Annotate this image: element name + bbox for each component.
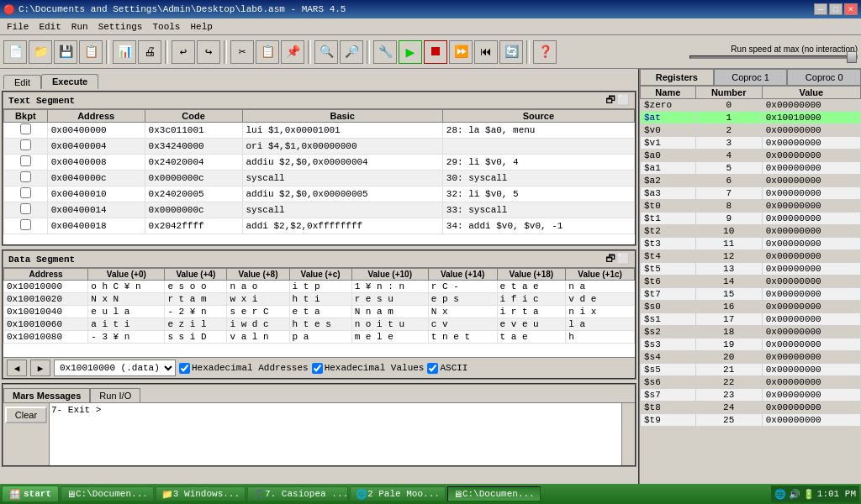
tab-coproc1[interactable]: Coproc 1 — [714, 69, 788, 85]
taskbar-item-4[interactable]: 🖥 C:\Documen... — [447, 486, 541, 501]
ds-v1c: h — [566, 331, 635, 344]
menu-tools[interactable]: Tools — [147, 20, 185, 34]
table-row: 0x00400000 0x3c011001 lui $1,0x00001001 … — [4, 123, 635, 139]
tab-execute[interactable]: Execute — [41, 74, 98, 89]
taskbar-item-3[interactable]: 🌐 2 Pale Moo... — [350, 486, 446, 501]
reg-name: $s2 — [641, 326, 696, 339]
reg-scroll[interactable]: Name Number Value $zero 0 0x00000000 $at… — [640, 86, 861, 499]
nav-next-button[interactable]: ▶ — [30, 360, 50, 376]
basic-cell: addiu $2,$0,0x00000005 — [242, 186, 442, 202]
text-restore-icon[interactable]: 🗗 — [605, 94, 615, 107]
cut-button[interactable]: ✂ — [230, 40, 254, 64]
reset-button[interactable]: 🔄 — [499, 40, 523, 64]
text-segment-scroll[interactable]: Bkpt Address Code Basic Source 0x0040000… — [3, 109, 635, 244]
register-row: $t1 9 0x00000000 — [641, 213, 861, 225]
speed-slider-track[interactable] — [689, 55, 858, 59]
menu-bar: File Edit Run Settings Tools Help — [0, 18, 861, 35]
print-button[interactable]: 🖨 — [138, 40, 161, 64]
stop-button[interactable]: ⏹ — [424, 40, 447, 64]
nav-address-select[interactable]: 0x10010000 (.data) — [54, 360, 176, 376]
reg-number: 16 — [695, 301, 762, 313]
code-cell: 0x3c011001 — [145, 123, 242, 139]
reg-number: 14 — [695, 276, 762, 288]
msg-text-area[interactable]: 7- Exit > — [50, 403, 621, 465]
registers-table: Name Number Value $zero 0 0x00000000 $at… — [640, 86, 861, 427]
code-cell: 0x2042ffff — [145, 218, 242, 234]
taskbar-item-0[interactable]: 🖥 C:\Documen... — [61, 486, 154, 501]
source-cell: 34: addi $v0, $v0, -1 — [442, 218, 634, 234]
ds-vc: h t i — [289, 293, 351, 306]
data-restore-icon[interactable]: 🗗 — [605, 253, 615, 265]
menu-run[interactable]: Run — [66, 20, 93, 34]
bkpt-checkbox[interactable] — [20, 155, 31, 166]
dump-button[interactable]: 📊 — [113, 40, 136, 64]
assemble-button[interactable]: 🔧 — [373, 40, 397, 64]
ds-v0: e u l a — [88, 306, 165, 318]
reg-value: 0x00000000 — [762, 402, 860, 414]
hex-values-checkbox[interactable] — [312, 363, 323, 374]
minimize-button[interactable]: ─ — [814, 3, 827, 15]
paste-button[interactable]: 📌 — [281, 40, 304, 64]
taskbar-item-1[interactable]: 📁 3 Windows... — [156, 486, 246, 501]
col-ds-v14: Value (+14) — [428, 269, 497, 281]
copy-button[interactable]: 📋 — [256, 40, 279, 64]
menu-edit[interactable]: Edit — [34, 20, 66, 34]
open-file-button[interactable]: 📁 — [29, 40, 52, 64]
bkpt-checkbox[interactable] — [20, 123, 31, 134]
tab-coproc0[interactable]: Coproc 0 — [787, 69, 861, 85]
tab-mars-messages[interactable]: Mars Messages — [3, 388, 90, 402]
table-row: 0x0040000c 0x0000000c syscall 30: syscal… — [4, 171, 635, 186]
reg-number: 6 — [695, 175, 762, 187]
msg-scrollbar[interactable] — [621, 403, 635, 465]
ds-vc: e t a — [289, 306, 351, 318]
menu-settings[interactable]: Settings — [93, 20, 148, 34]
maximize-button[interactable]: □ — [829, 3, 843, 15]
reg-value: 0x00000000 — [762, 301, 860, 313]
help-button[interactable]: ❓ — [533, 40, 557, 64]
reg-name: $t5 — [641, 263, 696, 276]
address-cell: 0x00400008 — [47, 155, 145, 171]
data-segment-scroll[interactable]: Address Value (+0) Value (+4) Value (+8)… — [3, 268, 635, 357]
speed-slider-thumb[interactable] — [847, 51, 857, 63]
find-button[interactable]: 🔍 — [314, 40, 338, 64]
clear-button[interactable]: Clear — [5, 407, 47, 423]
undo-button[interactable]: ↩ — [172, 40, 195, 64]
taskbar-item-2[interactable]: 🎵 7. Casiopea ... — [247, 486, 348, 501]
ds-v18: t a e — [497, 331, 566, 344]
data-expand-icon[interactable]: ⬜ — [617, 253, 630, 265]
reg-value: 0x00000000 — [762, 162, 860, 175]
step-button[interactable]: ⏩ — [449, 40, 473, 64]
col-code: Code — [145, 110, 242, 123]
close-button[interactable]: ✕ — [844, 3, 858, 15]
title-bar-text: C:\Documents and Settings\Admin\Desktop\… — [18, 4, 346, 14]
register-row: $t6 14 0x00000000 — [641, 276, 861, 288]
run-button[interactable]: ▶ — [399, 40, 422, 64]
tab-registers[interactable]: Registers — [640, 69, 714, 85]
nav-prev-button[interactable]: ◀ — [7, 360, 27, 376]
start-button[interactable]: 🪟 start — [2, 486, 59, 502]
save-as-button[interactable]: 📋 — [79, 40, 103, 64]
tab-run-io[interactable]: Run I/O — [90, 388, 140, 402]
bkpt-checkbox[interactable] — [20, 203, 31, 214]
register-row: $s6 22 0x00000000 — [641, 376, 861, 389]
bkpt-checkbox[interactable] — [20, 187, 31, 198]
bkpt-checkbox[interactable] — [20, 171, 31, 182]
table-row: 0x10010040 e u l a - 2 ¥ n s e r C e t a… — [4, 306, 635, 318]
reg-name: $v0 — [641, 124, 696, 137]
ascii-checkbox[interactable] — [427, 363, 438, 374]
menu-help[interactable]: Help — [185, 20, 217, 34]
backstep-button[interactable]: ⏮ — [474, 40, 498, 64]
new-file-button[interactable]: 📄 — [3, 40, 27, 64]
text-expand-icon[interactable]: ⬜ — [617, 94, 630, 107]
bkpt-checkbox[interactable] — [20, 139, 31, 150]
redo-button[interactable]: ↪ — [197, 40, 220, 64]
menu-file[interactable]: File — [2, 20, 34, 34]
reg-name: $s7 — [641, 389, 696, 402]
find-replace-button[interactable]: 🔎 — [340, 40, 363, 64]
hex-addresses-checkbox[interactable] — [179, 363, 190, 374]
register-row: $s1 17 0x00000000 — [641, 313, 861, 326]
tab-edit[interactable]: Edit — [3, 75, 41, 89]
save-button[interactable]: 💾 — [54, 40, 77, 64]
bkpt-checkbox[interactable] — [20, 219, 31, 230]
title-bar-left: 🔴 C:\Documents and Settings\Admin\Deskto… — [3, 4, 346, 15]
